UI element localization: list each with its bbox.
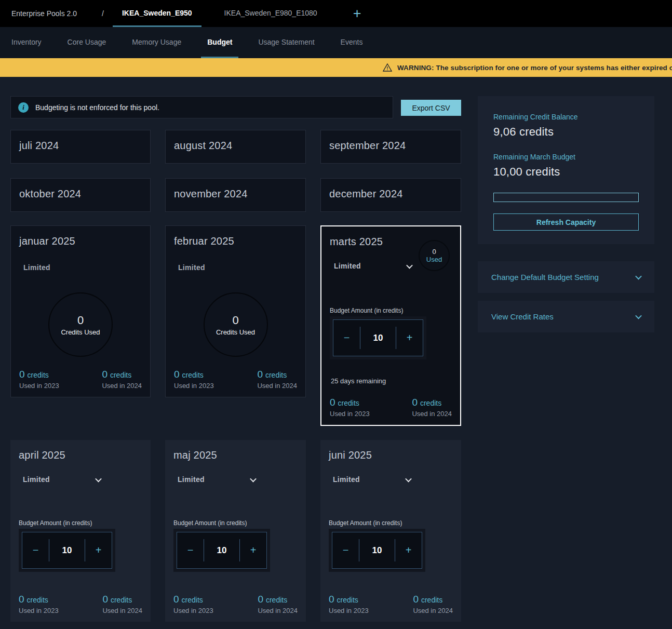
usage-caption: Used in 2023: [173, 607, 213, 614]
breadcrumb: Enterprise Pools 2.0: [11, 9, 77, 18]
pool-tab-ikea-sweden-e980-e1080[interactable]: IKEA_Sweden_E980_E1080: [215, 0, 327, 27]
decrement-button[interactable]: −: [177, 532, 204, 568]
usage-unit: credits: [110, 371, 131, 379]
tab-inventory[interactable]: Inventory: [5, 27, 48, 58]
month-title: januar 2025: [19, 235, 75, 247]
credits-used-circle: 0 Credits Used: [204, 292, 268, 357]
usage-footer: 0credits Used in 2023 0credits Used in 2…: [19, 594, 142, 614]
budget-status-dropdown[interactable]: Limited: [178, 475, 256, 484]
usage-2023-stat: 0credits Used in 2023: [19, 594, 59, 614]
month-card-april-2025[interactable]: april 2025 Limited Budget Amount (in cre…: [10, 440, 151, 622]
usage-caption: Used in 2024: [413, 607, 453, 614]
usage-caption: Used in 2024: [102, 382, 142, 390]
month-title: marts 2025: [330, 236, 383, 248]
refresh-capacity-button[interactable]: Refresh Capacity: [493, 213, 639, 231]
usage-footer: 0credits Used in 2023 0credits Used in 2…: [330, 397, 452, 418]
tab-memory-usage[interactable]: Memory Usage: [126, 27, 187, 58]
usage-2023-stat: 0credits Used in 2023: [174, 369, 214, 390]
budget-amount-label: Budget Amount (in credits): [330, 307, 403, 314]
usage-value: 0: [329, 594, 334, 605]
increment-button[interactable]: +: [85, 532, 112, 568]
usage-value: 0: [102, 369, 107, 380]
info-message: Budgeting is not enforced for this pool.: [35, 103, 159, 112]
capacity-progress-bar: [493, 193, 639, 202]
budget-amount-input[interactable]: [360, 333, 396, 343]
month-card-februar-2025[interactable]: februar 2025 Limited 0 Credits Used 0cre…: [165, 225, 306, 397]
budget-amount-label: Budget Amount (in credits): [329, 519, 402, 527]
chevron-down-icon: [635, 313, 642, 319]
accordion-label: Change Default Budget Setting: [491, 273, 599, 282]
tab-bar: Inventory Core Usage Memory Usage Budget…: [0, 27, 672, 58]
breadcrumb-separator: /: [102, 9, 104, 18]
usage-2024-stat: 0credits Used in 2024: [413, 594, 453, 614]
remaining-march-budget-value: 10,00 credits: [493, 165, 639, 179]
month-card-maj-2025[interactable]: maj 2025 Limited Budget Amount (in credi…: [165, 440, 306, 622]
month-card-december-2024[interactable]: december 2024: [320, 178, 461, 212]
usage-unit: credits: [182, 596, 203, 604]
export-csv-button[interactable]: Export CSV: [401, 100, 461, 116]
increment-button[interactable]: +: [240, 532, 266, 568]
month-title: oktober 2024: [19, 188, 81, 200]
credits-used-label: Credits Used: [216, 328, 255, 336]
budget-amount-input[interactable]: [49, 545, 85, 556]
budget-amount-stepper: − +: [330, 316, 426, 359]
budget-status-label: Limited: [178, 263, 205, 272]
usage-value: 0: [257, 369, 263, 380]
budget-amount-input[interactable]: [359, 545, 395, 556]
usage-caption: Used in 2023: [330, 410, 370, 418]
usage-unit: credits: [265, 371, 287, 379]
usage-unit: credits: [421, 596, 442, 604]
month-card-september-2024[interactable]: september 2024: [320, 130, 461, 164]
tab-core-usage[interactable]: Core Usage: [61, 27, 113, 58]
usage-caption: Used in 2024: [102, 607, 142, 614]
chevron-down-icon: [635, 273, 642, 280]
month-card-juli-2024[interactable]: juli 2024: [10, 130, 151, 164]
decrement-button[interactable]: −: [333, 320, 360, 356]
usage-value: 0: [258, 594, 263, 605]
accordion-label: View Credit Rates: [491, 312, 554, 321]
credits-used-value: 0: [77, 314, 84, 327]
budget-status-value: Limited: [178, 475, 205, 484]
budget-status-dropdown[interactable]: Limited: [334, 262, 412, 270]
increment-button[interactable]: +: [395, 532, 422, 568]
budget-status-dropdown[interactable]: Limited: [333, 475, 411, 484]
usage-footer: 0credits Used in 2023 0credits Used in 2…: [173, 594, 298, 614]
month-card-oktober-2024[interactable]: oktober 2024: [10, 178, 151, 212]
usage-2024-stat: 0credits Used in 2024: [258, 594, 298, 614]
decrement-button[interactable]: −: [22, 532, 49, 568]
tab-usage-statement[interactable]: Usage Statement: [252, 27, 320, 58]
usage-value: 0: [19, 594, 24, 605]
pool-tab-ikea-sweden-e950[interactable]: IKEA_Sweden_E950: [113, 0, 201, 27]
chevron-down-icon: [406, 262, 413, 269]
add-pool-icon[interactable]: +: [348, 0, 366, 27]
month-title: december 2024: [329, 188, 403, 200]
month-card-november-2024[interactable]: november 2024: [165, 178, 306, 212]
used-badge-circle: 0 Used: [419, 240, 450, 271]
view-credit-rates-accordion[interactable]: View Credit Rates: [478, 301, 654, 332]
decrement-button[interactable]: −: [332, 532, 359, 568]
month-title: juni 2025: [329, 449, 372, 461]
month-card-august-2024[interactable]: august 2024: [165, 130, 306, 164]
used-badge-label: Used: [426, 256, 442, 263]
usage-2023-stat: 0credits Used in 2023: [173, 594, 213, 614]
budget-amount-label: Budget Amount (in credits): [19, 519, 92, 527]
budget-status-dropdown[interactable]: Limited: [23, 475, 101, 484]
budget-amount-input[interactable]: [204, 545, 239, 556]
usage-2023-stat: 0credits Used in 2023: [19, 369, 59, 390]
remaining-credit-balance-value: 9,06 credits: [493, 125, 639, 139]
month-title: november 2024: [174, 188, 248, 200]
usage-caption: Used in 2024: [257, 382, 297, 390]
tab-budget[interactable]: Budget: [201, 27, 238, 58]
month-card-marts-2025-selected[interactable]: marts 2025 0 Used Limited Budget Amount …: [320, 225, 461, 426]
increment-button[interactable]: +: [396, 320, 423, 356]
month-card-juni-2025[interactable]: juni 2025 Limited Budget Amount (in cred…: [320, 440, 461, 622]
used-badge-value: 0: [432, 248, 436, 256]
tab-events[interactable]: Events: [334, 27, 369, 58]
usage-value: 0: [412, 397, 418, 408]
month-card-januar-2025[interactable]: januar 2025 Limited 0 Credits Used 0cred…: [10, 225, 151, 397]
usage-footer: 0credits Used in 2023 0credits Used in 2…: [174, 369, 297, 390]
usage-2023-stat: 0credits Used in 2023: [330, 397, 370, 418]
usage-caption: Used in 2023: [329, 607, 369, 614]
warning-banner: WARNING: The subscription for one or mor…: [0, 58, 672, 77]
change-default-budget-setting-accordion[interactable]: Change Default Budget Setting: [478, 261, 654, 293]
